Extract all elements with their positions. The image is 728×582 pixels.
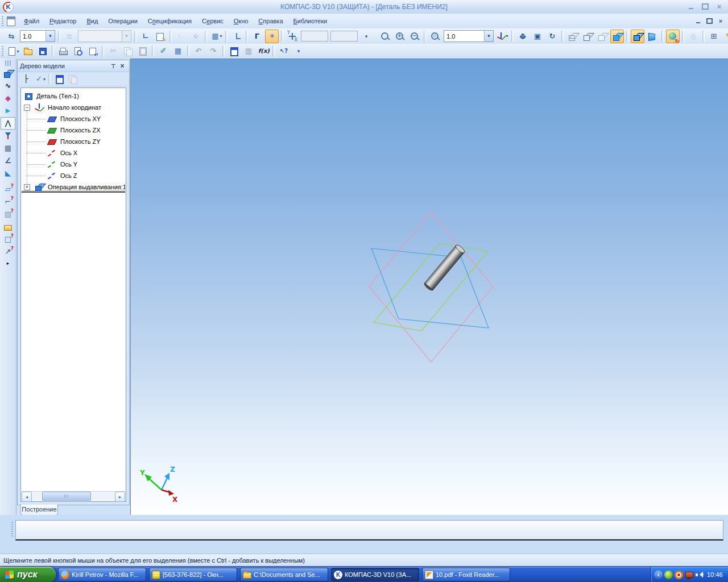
library-folder-button[interactable] xyxy=(1,221,15,233)
auxiliary-geometry-button[interactable] xyxy=(1,105,15,117)
report-button[interactable] xyxy=(53,73,65,85)
expand-icon[interactable]: + xyxy=(24,184,30,190)
toolbar-options-standard-button[interactable] xyxy=(292,44,305,58)
toolbar-options-state-button[interactable] xyxy=(359,30,373,43)
scroll-left-arrow-icon[interactable]: ◂ xyxy=(22,492,32,502)
mdi-close-button[interactable]: × xyxy=(716,17,725,24)
zoom-in-button[interactable] xyxy=(393,30,407,43)
wireframe-display-button[interactable] xyxy=(566,30,580,43)
tree-item[interactable]: Плоскость ZX xyxy=(22,124,125,136)
surfaces-button[interactable] xyxy=(1,92,15,105)
close-button[interactable]: × xyxy=(714,2,725,11)
spreadsheet-button[interactable] xyxy=(171,44,185,58)
zoom-out-button[interactable] xyxy=(408,30,421,43)
shaded-display-button[interactable] xyxy=(610,30,624,43)
menu-библиотеки[interactable]: Библиотеки xyxy=(288,15,333,27)
tray-messenger-icon[interactable] xyxy=(664,571,673,579)
check-body-button[interactable] xyxy=(1,233,15,246)
taskbar-button[interactable]: Kirill Petrov - Mozilla F... xyxy=(58,568,146,581)
filters-button[interactable] xyxy=(1,130,15,142)
check-contour-button[interactable] xyxy=(1,196,15,208)
taskbar-button[interactable]: 10.pdf - Foxit Reader... xyxy=(422,568,510,581)
toolbar-grip[interactable] xyxy=(2,46,3,56)
variables-window-button[interactable] xyxy=(227,44,241,58)
rotate-view-button[interactable] xyxy=(545,30,559,43)
collapse-icon[interactable]: − xyxy=(24,105,30,111)
scrollbar-track[interactable] xyxy=(32,492,115,501)
orthogonal-drawing-button[interactable] xyxy=(250,30,264,43)
conditional-marks-button[interactable] xyxy=(1,155,15,167)
property-bar[interactable] xyxy=(15,520,723,541)
taskbar-button[interactable]: [563-376-822] - Окн... xyxy=(149,568,237,581)
sheet-metal-body-button[interactable] xyxy=(1,167,15,180)
compact-panel-grip[interactable] xyxy=(5,60,11,66)
edit-vertices-button[interactable] xyxy=(139,30,152,43)
menu-операции[interactable]: Операции xyxy=(103,15,142,27)
local-csys-button[interactable] xyxy=(230,30,243,43)
menu-вид[interactable]: Вид xyxy=(81,15,103,27)
scroll-right-arrow-icon[interactable]: ▸ xyxy=(115,492,125,502)
tray-display-icon[interactable] xyxy=(685,571,693,579)
orientation-button[interactable]: ▾ xyxy=(495,30,509,43)
coords-display-button[interactable] xyxy=(286,30,299,43)
step-combo[interactable]: 1.0▼ xyxy=(20,30,55,42)
function-fx-button[interactable] xyxy=(257,44,270,58)
print-button[interactable] xyxy=(56,44,70,58)
tab-postroenie[interactable]: Построение xyxy=(20,504,58,516)
minimize-button[interactable] xyxy=(685,2,696,11)
hidden-lines-thin-display-button[interactable] xyxy=(595,30,609,43)
tree-item[interactable]: Деталь (Тел-1) xyxy=(22,90,125,102)
check-direction-button[interactable] xyxy=(1,246,15,258)
specification-button[interactable] xyxy=(1,142,15,155)
tray-agent-icon[interactable] xyxy=(675,571,683,579)
rebuild-model-button[interactable] xyxy=(707,30,721,43)
simplified-display-button[interactable] xyxy=(666,30,680,43)
tree-item[interactable]: Плоскость XY xyxy=(22,113,125,124)
pan-button[interactable] xyxy=(516,30,530,43)
tree-item[interactable]: Плоскость ZY xyxy=(22,136,125,147)
chevron-down-icon[interactable]: ▼ xyxy=(46,31,55,41)
start-button[interactable]: пуск xyxy=(0,567,56,582)
sketch-mode-button[interactable] xyxy=(722,30,728,43)
macros-button[interactable] xyxy=(242,44,255,58)
tree-item[interactable]: Ось X xyxy=(22,147,125,159)
insert-fragment-button[interactable] xyxy=(86,44,100,58)
copy-properties-button[interactable] xyxy=(156,44,170,58)
taskbar-button[interactable]: КОМПАС-3D V10 (ЗА... xyxy=(331,568,419,581)
menu-grip[interactable] xyxy=(2,16,3,26)
tray-collapse-icon[interactable] xyxy=(654,571,663,579)
open-document-button[interactable] xyxy=(21,44,35,58)
save-document-button[interactable] xyxy=(36,44,49,58)
check-hatch-button[interactable] xyxy=(1,208,15,221)
zoom-area-button[interactable] xyxy=(378,30,392,43)
menu-сервис[interactable]: Сервис xyxy=(197,15,229,27)
chevron-down-icon[interactable]: ▼ xyxy=(484,31,493,41)
grid-button[interactable]: ▾ xyxy=(209,30,223,43)
zoom-combo[interactable]: 1.0▼ xyxy=(444,30,494,42)
current-step-button[interactable] xyxy=(5,30,18,43)
sketch-table-button[interactable] xyxy=(154,30,167,43)
pin-icon[interactable]: ⊤ xyxy=(109,62,118,70)
measurements-3d-button[interactable] xyxy=(1,117,15,130)
compact-expand-icon[interactable]: ▸ xyxy=(0,260,16,266)
snaps-button[interactable] xyxy=(265,30,279,43)
property-bar-grip[interactable] xyxy=(11,522,13,538)
zoom-window-button[interactable] xyxy=(531,30,544,43)
check-plane-button[interactable] xyxy=(1,183,15,196)
context-help-button[interactable] xyxy=(277,44,291,58)
scrollbar-thumb[interactable] xyxy=(42,492,92,501)
menu-окно[interactable]: Окно xyxy=(229,15,254,27)
new-document-button[interactable]: ▾ xyxy=(6,44,20,58)
tree-structure-button[interactable] xyxy=(20,73,32,85)
tray-volume-icon[interactable]: ) xyxy=(695,571,704,579)
menu-файл[interactable]: Файл xyxy=(19,15,44,27)
tree-item[interactable]: +Операция выдавливания:1 xyxy=(22,181,125,193)
menu-редактор[interactable]: Редактор xyxy=(44,15,81,27)
print-preview-button[interactable] xyxy=(71,44,85,58)
hidden-lines-display-button[interactable] xyxy=(581,30,594,43)
zoom-by-scale-button[interactable] xyxy=(428,30,442,43)
restore-button[interactable] xyxy=(700,2,710,11)
perspective-display-button[interactable] xyxy=(646,30,659,43)
shaded-wireframe-display-button[interactable] xyxy=(631,30,644,43)
tree-item[interactable]: −Начало координат xyxy=(22,102,125,113)
